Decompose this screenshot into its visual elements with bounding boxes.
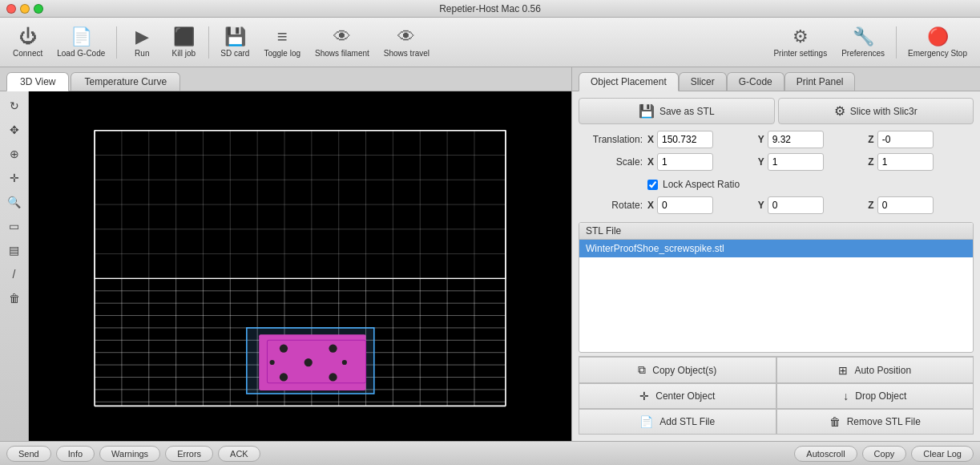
drop-object-button[interactable]: ↓ Drop Object [776, 383, 974, 409]
emergency-stop-button[interactable]: 🔴 Emergency Stop [901, 23, 974, 61]
right-panel: Object Placement Slicer G-Code Print Pan… [571, 67, 980, 441]
sd-card-button[interactable]: 💾 SD card [214, 23, 256, 61]
tab-slicer[interactable]: Slicer [679, 72, 727, 91]
remove-stl-button[interactable]: 🗑 Remove STL File [776, 409, 974, 435]
translation-label: Translation: [579, 134, 643, 145]
stl-file-list: STL File WinterProofShoe_screwspike.stl [579, 222, 974, 353]
scale-y-input[interactable] [768, 153, 824, 171]
scale-x-input[interactable] [657, 153, 713, 171]
rotate-y-input[interactable] [768, 196, 824, 214]
translation-y-input[interactable] [768, 131, 824, 148]
toolbar-separator-1 [116, 26, 117, 59]
shows-filament-button[interactable]: 👁 Shows filament [309, 23, 376, 61]
scale-x-label: X [647, 156, 654, 168]
svg-point-56 [280, 373, 288, 381]
save-stl-button[interactable]: 💾 Save as STL [579, 98, 775, 124]
lock-aspect-checkbox[interactable] [647, 180, 658, 190]
stl-file-item[interactable]: WinterProofShoe_screwspike.stl [579, 240, 973, 257]
add-stl-button[interactable]: 📄 Add STL File [579, 409, 776, 435]
sd-card-label: SD card [220, 49, 249, 58]
add-stl-icon: 📄 [639, 415, 653, 428]
3d-canvas[interactable] [29, 91, 571, 441]
shows-travel-icon: 👁 [397, 26, 415, 47]
errors-button[interactable]: Errors [165, 446, 213, 462]
info-button[interactable]: Info [56, 446, 95, 462]
scale-x-group: X [647, 153, 753, 171]
remove-stl-icon: 🗑 [829, 415, 841, 428]
translation-x-group: X [647, 131, 753, 148]
tab-temperature-curve[interactable]: Temperature Curve [71, 72, 180, 91]
preferences-icon: 🔧 [853, 26, 874, 47]
printer-settings-label: Printer settings [773, 49, 827, 58]
svg-point-54 [329, 344, 337, 352]
load-gcode-icon: 📄 [71, 26, 92, 47]
printer-settings-icon: ⚙ [792, 26, 809, 47]
preferences-button[interactable]: 🔧 Preferences [835, 23, 891, 61]
shows-filament-label: Shows filament [315, 49, 369, 58]
scale-label: Scale: [579, 156, 643, 168]
autoscroll-button[interactable]: Autoscroll [794, 446, 857, 462]
scale-y-group: Y [758, 153, 864, 171]
clear-log-button[interactable]: Clear Log [911, 446, 974, 462]
translate-3d-icon[interactable]: ✛ [3, 167, 26, 189]
pen-icon[interactable]: / [3, 263, 26, 285]
translation-x-input[interactable] [657, 131, 713, 148]
auto-position-icon: ⊞ [838, 364, 848, 377]
rotate-z-input[interactable] [877, 196, 934, 214]
tab-object-placement[interactable]: Object Placement [579, 72, 679, 91]
tab-print-panel[interactable]: Print Panel [784, 72, 856, 91]
tab-gcode[interactable]: G-Code [727, 72, 784, 91]
auto-position-button[interactable]: ⊞ Auto Position [776, 357, 974, 383]
scale-z-input[interactable] [877, 153, 934, 171]
zoom-icon[interactable]: 🔍 [3, 191, 26, 213]
maximize-button[interactable] [34, 4, 43, 14]
ack-button[interactable]: ACK [218, 446, 260, 462]
run-label: Run [135, 49, 149, 58]
rotate-x-label: X [647, 200, 654, 211]
connect-button[interactable]: ⏻ Connect [6, 23, 49, 61]
svg-point-57 [329, 373, 337, 381]
minimize-button[interactable] [20, 4, 30, 14]
shows-filament-icon: 👁 [333, 26, 351, 47]
status-bar: Send Info Warnings Errors ACK Autoscroll… [0, 441, 980, 465]
connect-icon: ⏻ [19, 26, 37, 47]
warnings-button[interactable]: Warnings [99, 446, 160, 462]
move-3d-icon[interactable]: ⊕ [3, 143, 26, 165]
tab-3d-view[interactable]: 3D View [6, 72, 69, 91]
box-icon[interactable]: ▭ [3, 215, 26, 237]
x-label: X [647, 134, 654, 145]
layer-icon[interactable]: ▤ [3, 239, 26, 261]
rotate-view-icon[interactable]: ↻ [3, 95, 26, 117]
center-object-icon: ✛ [639, 390, 649, 402]
scale-row: Scale: X Y Z [579, 153, 974, 171]
slice-button[interactable]: ⚙ Slice with Slic3r [778, 98, 974, 124]
center-object-button[interactable]: ✛ Center Object [579, 383, 776, 409]
delete-icon[interactable]: 🗑 [3, 287, 26, 309]
copy-objects-button[interactable]: ⧉ Copy Object(s) [579, 357, 776, 383]
right-tabs: Object Placement Slicer G-Code Print Pan… [572, 67, 980, 91]
left-area: 3D View Temperature Curve ↻ ✥ ⊕ ✛ 🔍 ▭ ▤ … [0, 67, 571, 441]
rotate-y-group: Y [758, 196, 864, 214]
rotate-x-input[interactable] [657, 196, 713, 214]
copy-button[interactable]: Copy [862, 446, 907, 462]
slice-icon: ⚙ [834, 103, 845, 119]
kill-job-button[interactable]: ⬛ Kill job [163, 23, 204, 61]
close-button[interactable] [6, 4, 16, 14]
drop-object-icon: ↓ [843, 390, 849, 402]
shows-travel-button[interactable]: 👁 Shows travel [377, 23, 436, 61]
load-gcode-button[interactable]: 📄 Load G-Code [50, 23, 111, 61]
pan-icon[interactable]: ✥ [3, 119, 26, 141]
send-button[interactable]: Send [6, 446, 51, 462]
placement-toolbar: 💾 Save as STL ⚙ Slice with Slic3r [579, 98, 974, 124]
translation-row: Translation: X Y Z [579, 131, 974, 148]
placement-panel: 💾 Save as STL ⚙ Slice with Slic3r Transl… [572, 91, 980, 441]
3d-scene-svg [29, 91, 571, 441]
toggle-log-button[interactable]: ≡ Toggle log [257, 23, 307, 61]
toolbar-separator-3 [896, 26, 897, 59]
preferences-label: Preferences [841, 49, 885, 58]
run-button[interactable]: ▶ Run [122, 23, 162, 61]
lock-aspect-row: Lock Aspect Ratio [647, 179, 974, 190]
translation-z-input[interactable] [877, 131, 934, 148]
shows-travel-label: Shows travel [384, 49, 430, 58]
printer-settings-button[interactable]: ⚙ Printer settings [767, 23, 833, 61]
